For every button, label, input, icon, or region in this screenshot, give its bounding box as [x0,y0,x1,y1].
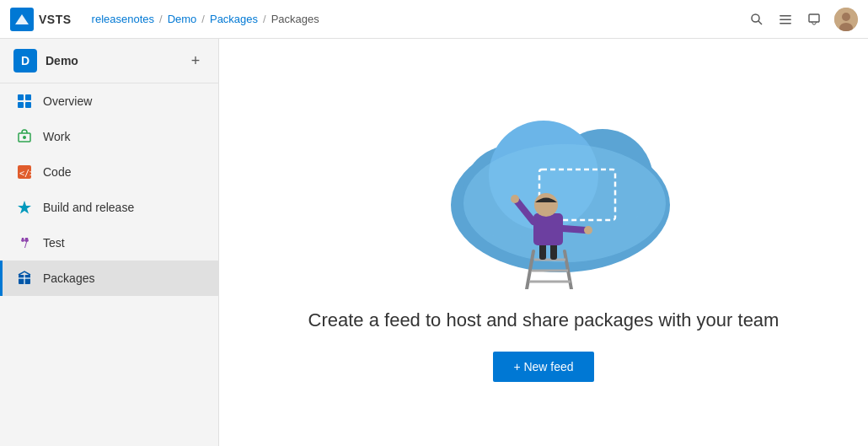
sidebar-item-build[interactable]: Build and release [0,190,218,225]
breadcrumb: releasenotes / Demo / Packages / Package… [92,13,748,25]
build-icon [16,199,33,216]
svg-point-38 [511,195,519,203]
svg-point-25 [463,144,666,262]
sidebar-label-test: Test [43,236,65,250]
sidebar-item-test[interactable]: Test [0,225,218,261]
work-icon [16,128,33,145]
svg-point-1 [752,14,759,22]
svg-rect-3 [780,15,791,17]
svg-rect-13 [25,102,31,108]
content-title: Create a feed to host and share packages… [308,309,780,331]
sidebar-label-packages: Packages [43,271,94,285]
sidebar-label-code: Code [43,165,71,179]
sidebar-label-build: Build and release [43,201,134,214]
overview-icon [16,93,33,110]
main-content: Create a feed to host and share packages… [219,39,868,446]
app-name: VSTS [39,13,72,26]
svg-rect-4 [780,19,791,20]
top-nav-icons [748,8,858,31]
add-project-button[interactable]: + [186,51,205,70]
svg-text:</>: </> [19,169,32,178]
svg-line-36 [563,228,586,230]
search-icon[interactable] [748,11,765,28]
breadcrumb-item-4: Packages [271,13,319,25]
new-feed-button[interactable]: + New feed [493,352,593,382]
project-avatar: D [13,49,37,73]
sidebar-label-overview: Overview [43,94,92,108]
breadcrumb-item-3[interactable]: Packages [210,13,258,25]
code-icon: </> [16,164,33,180]
svg-point-8 [842,13,850,21]
app-logo[interactable]: VSTS [10,8,72,31]
svg-rect-11 [25,94,31,100]
svg-rect-6 [809,14,819,22]
sidebar-item-code[interactable]: </> Code [0,154,218,190]
svg-rect-5 [780,23,791,24]
packages-icon [16,270,33,287]
svg-line-2 [758,21,762,24]
test-icon [16,234,33,251]
breadcrumb-item-2[interactable]: Demo [168,13,197,25]
project-header[interactable]: D Demo + [0,39,218,83]
top-nav: VSTS releasenotes / Demo / Packages / Pa… [0,0,868,39]
svg-rect-34 [533,213,563,245]
svg-point-15 [23,136,26,139]
breadcrumb-sep-3: / [263,13,266,25]
svg-point-37 [584,226,592,234]
vsts-logo-icon [10,8,34,31]
sidebar: D Demo + Overview Work [0,39,219,446]
notifications-icon[interactable] [806,11,822,28]
user-avatar[interactable] [834,8,858,31]
svg-point-39 [534,193,558,217]
settings-icon[interactable] [777,11,794,28]
breadcrumb-item-1[interactable]: releasenotes [92,13,154,25]
main-layout: D Demo + Overview Work [0,39,868,446]
svg-rect-10 [18,94,24,100]
breadcrumb-sep-2: / [201,13,205,25]
packages-illustration [409,104,678,289]
sidebar-item-overview[interactable]: Overview [0,83,218,119]
breadcrumb-sep-1: / [159,13,163,25]
project-name: Demo [46,54,186,67]
sidebar-item-work[interactable]: Work [0,119,218,154]
sidebar-item-packages[interactable]: Packages [0,261,218,296]
sidebar-nav: Overview Work </> Code B [0,83,218,446]
svg-rect-12 [18,102,24,108]
sidebar-label-work: Work [43,130,70,143]
